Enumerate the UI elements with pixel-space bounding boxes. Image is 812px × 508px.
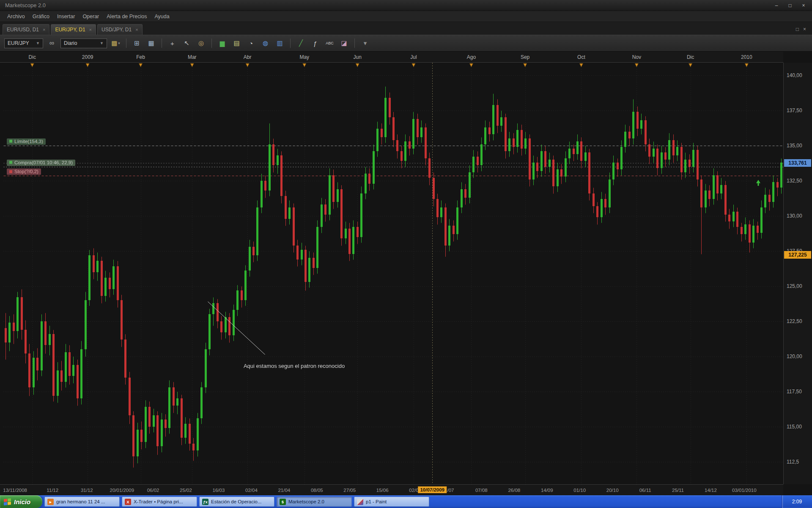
date-tick-label: 27/05 xyxy=(343,488,356,493)
date-tick-label: 26/08 xyxy=(508,488,520,493)
month-label-abr: Abr xyxy=(244,54,252,60)
marketscope-window: Marketscope 2.0 –□× ArchivoGráficoInsert… xyxy=(0,0,812,508)
chart-annotation-text[interactable]: Aqui estamos segun el patron reconocido xyxy=(244,363,345,369)
tab-label: EUR/USD, D1 xyxy=(7,27,39,33)
chevron-down-icon: ▾ xyxy=(118,41,120,45)
alert-button[interactable]: ◔ xyxy=(245,38,257,49)
column-chart-button[interactable]: ▥ xyxy=(274,38,285,49)
cursor-button[interactable]: ↖ xyxy=(181,38,192,49)
restore-window-icon[interactable]: □ xyxy=(796,26,799,32)
paint-icon xyxy=(357,499,363,505)
month-label-nov: Nov xyxy=(632,54,641,60)
tab-eur-jpy-d1[interactable]: EUR/JPY, D1× xyxy=(51,24,96,35)
link-charts-button[interactable]: ∞ xyxy=(46,38,58,49)
more-tools-button[interactable]: ▾ xyxy=(359,38,371,49)
date-tick-label: 03/01/2010 xyxy=(732,488,757,493)
note-button[interactable]: ▤ xyxy=(231,38,242,49)
task-button-gran-hermano-11-24[interactable]: ▸gran hermano 11 24 ... xyxy=(44,497,120,507)
date-tick-label: 15/06 xyxy=(376,488,389,493)
start-button[interactable]: Inicio xyxy=(0,495,42,508)
price-tick-label: 120,00 xyxy=(787,353,802,359)
time-axis-months: Dic2009FebMarAbrMayJunJulAgoSepOctNovDic… xyxy=(0,52,783,63)
window-title: Marketscope 2.0 xyxy=(5,2,46,8)
taskbar: Inicio ▸gran hermano 11 24 ...XX-Trader … xyxy=(0,495,812,508)
menu-archivo[interactable]: Archivo xyxy=(3,12,29,21)
date-tick-label: 16/03 xyxy=(213,488,225,493)
tab-close-icon[interactable]: × xyxy=(43,27,45,32)
task-button-x-trader-p-gina-pri[interactable]: XX-Trader • Página pri... xyxy=(122,497,197,507)
month-label-mar: Mar xyxy=(188,54,197,60)
grid-layout-button[interactable]: ⊞ xyxy=(131,38,143,49)
chevron-down-icon: ▼ xyxy=(36,41,40,45)
close-icon[interactable]: × xyxy=(800,3,807,8)
title-bar: Marketscope 2.0 –□× xyxy=(0,0,812,11)
period-dropdown-value: Diario xyxy=(64,40,77,46)
menu-ayuda[interactable]: Ayuda xyxy=(151,12,173,21)
windows-logo-icon xyxy=(4,498,11,505)
candlestick-chart-canvas[interactable] xyxy=(3,63,783,484)
tile-layout-button[interactable]: ▦ xyxy=(145,38,157,49)
bar-chart-button[interactable]: ▆ xyxy=(217,38,228,49)
price-tick-label: 125,00 xyxy=(787,283,802,289)
limit-order-label[interactable]: Límite(154,3) xyxy=(7,138,46,145)
buy-position-label[interactable]: Compra(07/01 10:46, 22,9) xyxy=(7,160,75,166)
spellcheck-button[interactable]: ABC xyxy=(324,38,335,49)
price-tick-label: 122,50 xyxy=(787,318,802,324)
tab-label: EUR/JPY, D1 xyxy=(55,27,85,33)
date-tick-label: 31/12 xyxy=(81,488,93,493)
task-button-label: Estación de Operacio... xyxy=(211,499,262,504)
menu-alerta-de-precios[interactable]: Alerta de Precios xyxy=(103,12,151,21)
task-button-label: gran hermano 11 24 ... xyxy=(56,499,105,504)
menu-operar[interactable]: Operar xyxy=(79,12,103,21)
close-window-icon[interactable]: × xyxy=(803,26,806,32)
task-button-estaci-n-de-operacio[interactable]: ƒxEstación de Operacio... xyxy=(199,497,274,507)
current-price-badge: 133,761 xyxy=(784,159,811,167)
browser-icon: X xyxy=(125,499,131,505)
fx-icon: ƒx xyxy=(202,499,208,505)
tab-label: USD/JPY, D1 xyxy=(102,27,132,33)
tab-close-icon[interactable]: × xyxy=(135,27,138,32)
crosshair-button[interactable]: + xyxy=(167,38,178,49)
menu-gr-fico[interactable]: Gráfico xyxy=(29,12,53,21)
clock: 2:09 xyxy=(792,499,802,505)
limit-marker-icon xyxy=(9,140,12,143)
window-controls: –□× xyxy=(773,3,807,8)
buy-marker-icon xyxy=(9,161,12,164)
alert-price-badge: 127,225 xyxy=(784,251,811,259)
tab-eur-usd-d1[interactable]: EUR/USD, D1× xyxy=(3,24,49,35)
price-tick-label: 140,00 xyxy=(787,72,802,78)
maximize-icon[interactable]: □ xyxy=(787,3,793,8)
month-label-may: May xyxy=(299,54,309,60)
symbol-dropdown[interactable]: EUR/JPY ▼ xyxy=(4,39,43,48)
date-tick-label: 02/04 xyxy=(245,488,258,493)
minimize-icon[interactable]: – xyxy=(773,3,780,8)
period-dropdown[interactable]: Diario ▼ xyxy=(60,39,107,48)
trendline-button[interactable]: ╱ xyxy=(295,38,307,49)
toolbar-separator xyxy=(162,39,162,48)
eraser-button[interactable]: ◪ xyxy=(338,38,350,49)
date-tick-label: 07/08 xyxy=(475,488,488,493)
chart-type-dropdown[interactable]: ▩▾ xyxy=(110,38,121,49)
month-label-ago: Ago xyxy=(467,54,476,60)
symbol-dropdown-value: EUR/JPY xyxy=(8,40,29,46)
tabstrip-controls: □× xyxy=(796,26,809,35)
month-label-sep: Sep xyxy=(521,54,529,60)
month-label-feb: Feb xyxy=(136,54,145,60)
task-button-p1-paint[interactable]: p1 - Paint xyxy=(354,497,429,507)
menu-insertar[interactable]: Insertar xyxy=(53,12,79,21)
stop-order-label[interactable]: Stop(?/0,2) xyxy=(7,168,41,175)
marketscope-icon: $ xyxy=(280,499,286,505)
tab-usd-jpy-d1[interactable]: USD/JPY, D1× xyxy=(97,24,143,35)
system-tray: 2:09 xyxy=(782,495,812,508)
task-button-marketscope-2-0[interactable]: $Marketscope 2.0 xyxy=(277,497,352,507)
price-tick-label: 132,50 xyxy=(787,178,802,184)
magnet-button[interactable]: ◎ xyxy=(195,38,207,49)
tab-strip: EUR/USD, D1×EUR/JPY, D1×USD/JPY, D1×□× xyxy=(0,22,812,35)
price-axis[interactable]: 140,00137,50135,00132,50130,00127,50125,… xyxy=(783,63,812,484)
month-label-dic: Dic xyxy=(29,54,36,60)
stop-marker-icon xyxy=(9,170,12,173)
tab-close-icon[interactable]: × xyxy=(89,27,92,32)
date-tick-label: 01/10 xyxy=(573,488,586,493)
globe-button[interactable]: ◍ xyxy=(260,38,271,49)
indicator-button[interactable]: ƒ xyxy=(310,38,321,49)
